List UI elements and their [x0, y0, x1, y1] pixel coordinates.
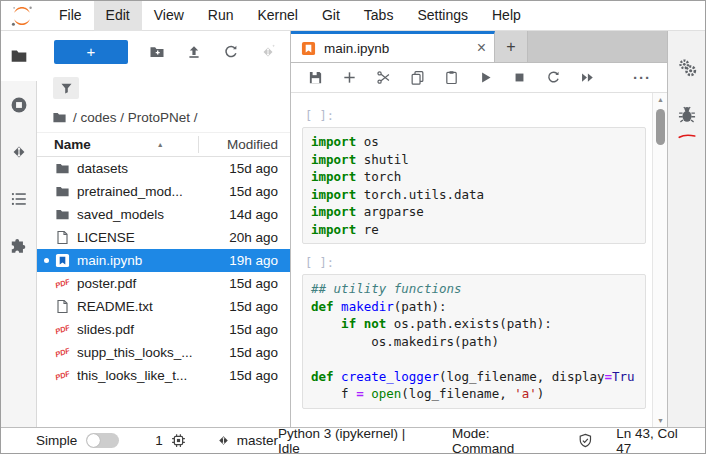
column-header-name[interactable]: Name: [54, 137, 91, 152]
notebook-toolbar: ···: [291, 63, 667, 93]
run-cell-icon[interactable]: [477, 70, 493, 86]
file-row-this-looks-like-t-[interactable]: PDFthis_looks_like_t...15d ago: [37, 364, 290, 387]
save-icon[interactable]: [307, 70, 323, 86]
scrollbar[interactable]: ▲ ▼: [652, 93, 667, 427]
file-row-pretrained-mod-[interactable]: pretrained_mod...15d ago: [37, 180, 290, 203]
sort-ascending-icon: ▲: [157, 141, 198, 148]
git-branch-name: master: [237, 433, 278, 448]
notebook-mode: Mode: Command: [452, 426, 554, 454]
menu-file[interactable]: File: [47, 1, 94, 31]
file-name: saved_models: [77, 207, 212, 222]
file-browser-panel: + / codes: [37, 31, 291, 427]
file-name: datasets: [77, 161, 212, 176]
trusted-shield-icon[interactable]: [578, 433, 593, 448]
file-name: main.ipynb: [77, 253, 212, 268]
file-modified: 19h ago: [212, 253, 290, 268]
restart-run-all-icon[interactable]: [579, 70, 595, 86]
file-modified: 15d ago: [212, 276, 290, 291]
property-inspector-gears-icon[interactable]: [669, 57, 705, 79]
menu-tabs[interactable]: Tabs: [352, 1, 406, 31]
debugger-bug-icon[interactable]: [669, 103, 705, 145]
sidebar-tab-file-browser-icon[interactable]: [1, 31, 37, 81]
file-browser-toolbar: +: [37, 31, 290, 69]
file-row-license[interactable]: LICENSE20h ago: [37, 226, 290, 249]
cursor-position[interactable]: Ln 43, Col 47: [616, 426, 695, 454]
menu-git[interactable]: Git: [310, 1, 352, 31]
code-cell-2[interactable]: ## utility functions def makedir(path): …: [302, 274, 646, 409]
sidebar-tab-table-of-contents-icon[interactable]: [1, 175, 37, 222]
file-row-datasets[interactable]: datasets15d ago: [37, 157, 290, 180]
cell-area: [ ]:import os import shutil import torch…: [291, 93, 652, 427]
sidebar-tab-running-sessions-icon[interactable]: [1, 81, 37, 128]
copy-cells-icon[interactable]: [409, 70, 425, 86]
new-launcher-button[interactable]: +: [54, 40, 128, 64]
toggle-knob: [87, 434, 100, 447]
breadcrumb-path: / codes / ProtoPNet /: [73, 110, 198, 125]
cell-prompt: [ ]:: [305, 109, 646, 123]
sidebar-tab-extensions-icon[interactable]: [1, 222, 37, 269]
filter-files-button[interactable]: [53, 77, 79, 99]
code-cell-1[interactable]: import os import shutil import torch imp…: [302, 127, 646, 244]
upload-icon[interactable]: [185, 44, 202, 61]
git-clone-icon[interactable]: [259, 44, 276, 61]
file-row-slides-pdf[interactable]: PDFslides.pdf15d ago: [37, 318, 290, 341]
menu-run[interactable]: Run: [196, 1, 246, 31]
tab-main-ipynb[interactable]: main.ipynb ×: [291, 31, 495, 62]
simple-mode-label: Simple: [36, 433, 77, 448]
right-sidebar: [667, 31, 705, 427]
folder-icon: [54, 184, 70, 200]
file-modified: 15d ago: [212, 322, 290, 337]
file-modified: 20h ago: [212, 230, 290, 245]
scroll-up-icon[interactable]: ▲: [653, 96, 668, 103]
file-name: README.txt: [77, 299, 212, 314]
pdf-icon: PDF: [54, 276, 70, 292]
paste-cells-icon[interactable]: [443, 70, 459, 86]
menu-view[interactable]: View: [142, 1, 196, 31]
scroll-down-icon[interactable]: ▼: [653, 417, 668, 424]
file-row-poster-pdf[interactable]: PDFposter.pdf15d ago: [37, 272, 290, 295]
pdf-icon: PDF: [54, 345, 70, 361]
insert-cell-icon[interactable]: [341, 70, 357, 86]
kernel-status[interactable]: Python 3 (ipykernel) | Idle: [278, 426, 428, 454]
git-branch-icon: [216, 433, 231, 448]
scrollbar-thumb[interactable]: [656, 109, 665, 145]
file-icon: [54, 230, 70, 246]
running-kernel-dot: [44, 258, 49, 263]
more-commands-icon[interactable]: ···: [633, 69, 651, 86]
file-modified: 15d ago: [212, 368, 290, 383]
file-modified: 15d ago: [212, 299, 290, 314]
cut-cells-icon[interactable]: [375, 70, 391, 86]
file-modified: 15d ago: [212, 184, 290, 199]
menu-edit[interactable]: Edit: [94, 1, 142, 31]
folder-icon: [54, 161, 70, 177]
sidebar-tab-git-icon[interactable]: [1, 128, 37, 175]
file-list: datasets15d agopretrained_mod...15d agos…: [37, 157, 290, 427]
new-folder-icon[interactable]: [148, 44, 165, 61]
file-name: this_looks_like_t...: [77, 368, 212, 383]
jupyterlab-window: FileEditViewRunKernelGitTabsSettingsHelp…: [0, 0, 706, 454]
close-icon[interactable]: ×: [477, 41, 486, 55]
menu-help[interactable]: Help: [480, 1, 533, 31]
notebook-content: [ ]:import os import shutil import torch…: [291, 93, 667, 427]
file-name: pretrained_mod...: [77, 184, 212, 199]
menu-settings[interactable]: Settings: [405, 1, 480, 31]
red-pen-annotation: [678, 127, 696, 145]
filter-row: [37, 69, 290, 101]
breadcrumb[interactable]: / codes / ProtoPNet /: [37, 101, 290, 132]
menu-kernel[interactable]: Kernel: [245, 1, 309, 31]
column-header-modified[interactable]: Modified: [198, 136, 290, 153]
simple-mode-toggle[interactable]: [86, 433, 119, 448]
folder-icon: [54, 207, 70, 223]
kernel-sessions-chip-icon[interactable]: [171, 433, 186, 448]
file-modified: 15d ago: [212, 161, 290, 176]
new-tab-button[interactable]: +: [495, 31, 528, 62]
notebook-panel: main.ipynb × + ··· [ ]:import os import …: [291, 31, 667, 427]
refresh-icon[interactable]: [222, 44, 239, 61]
restart-kernel-icon[interactable]: [545, 70, 561, 86]
file-name: slides.pdf: [77, 322, 212, 337]
stop-kernel-icon[interactable]: [511, 70, 527, 86]
file-row-supp-this-looks-[interactable]: PDFsupp_this_looks_...15d ago: [37, 341, 290, 364]
file-row-readme-txt[interactable]: README.txt15d ago: [37, 295, 290, 318]
file-row-main-ipynb[interactable]: main.ipynb19h ago: [37, 249, 290, 272]
file-row-saved-models[interactable]: saved_models14d ago: [37, 203, 290, 226]
